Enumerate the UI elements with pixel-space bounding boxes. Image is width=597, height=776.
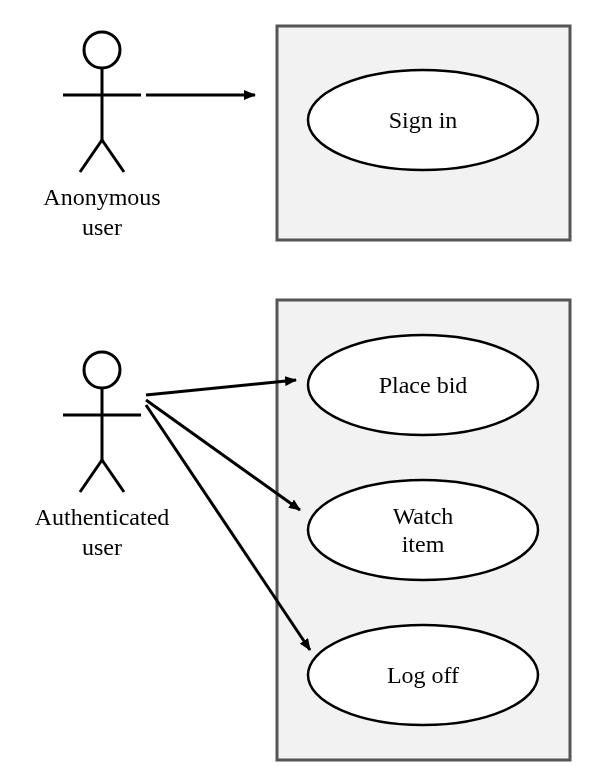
usecase-signin-label: Sign in bbox=[389, 107, 458, 133]
actor-anonymous-label-1: Anonymous bbox=[43, 184, 160, 210]
actor-anonymous-label-2: user bbox=[82, 214, 122, 240]
svg-line-9 bbox=[80, 460, 102, 492]
svg-point-13 bbox=[308, 480, 538, 580]
usecase-signin: Sign in bbox=[308, 70, 538, 170]
usecase-watchitem: Watch item bbox=[308, 480, 538, 580]
svg-line-5 bbox=[102, 140, 124, 172]
svg-line-10 bbox=[102, 460, 124, 492]
actor-anonymous: Anonymous user bbox=[43, 32, 160, 240]
usecase-placebid-label: Place bid bbox=[379, 372, 468, 398]
usecase-logoff: Log off bbox=[308, 625, 538, 725]
svg-point-6 bbox=[84, 352, 120, 388]
actor-authenticated-label-1: Authenticated bbox=[35, 504, 170, 530]
svg-point-1 bbox=[84, 32, 120, 68]
svg-line-4 bbox=[80, 140, 102, 172]
usecase-watchitem-label-1: Watch bbox=[393, 503, 454, 529]
actor-authenticated-label-2: user bbox=[82, 534, 122, 560]
actor-authenticated: Authenticated user bbox=[35, 352, 170, 560]
arrow-auth-placebid bbox=[146, 380, 296, 395]
usecase-placebid: Place bid bbox=[308, 335, 538, 435]
usecase-logoff-label: Log off bbox=[387, 662, 459, 688]
use-case-diagram: Anonymous user Authenticated user Sign i… bbox=[0, 0, 597, 776]
usecase-watchitem-label-2: item bbox=[402, 531, 445, 557]
